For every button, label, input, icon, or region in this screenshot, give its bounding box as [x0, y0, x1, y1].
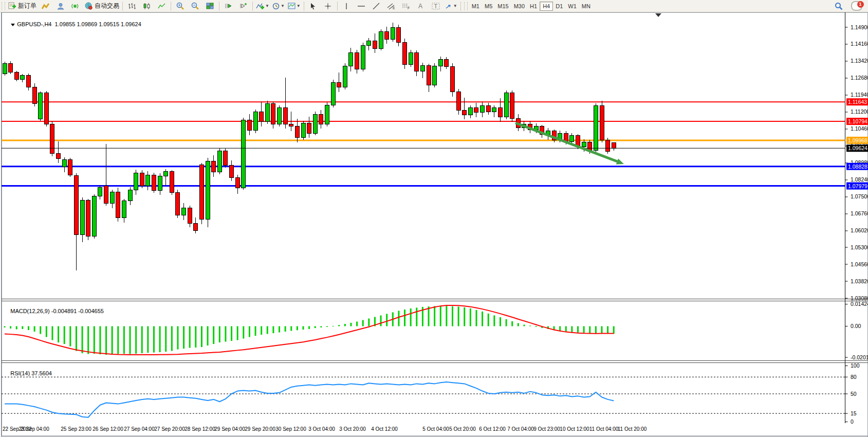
cursor-button[interactable]	[306, 0, 321, 12]
candle[interactable]	[301, 123, 305, 138]
candle[interactable]	[44, 93, 48, 124]
text-label-button[interactable]: T	[429, 0, 444, 12]
candle[interactable]	[427, 65, 431, 85]
candle[interactable]	[128, 190, 132, 201]
candle[interactable]	[445, 59, 449, 66]
candle[interactable]	[110, 192, 114, 204]
candle[interactable]	[325, 105, 329, 124]
candle[interactable]	[14, 72, 19, 80]
candle[interactable]	[486, 105, 490, 112]
candle[interactable]	[367, 41, 371, 46]
candle[interactable]	[32, 87, 36, 103]
timeframe-M5[interactable]: M5	[482, 2, 495, 10]
trendline-button[interactable]	[369, 0, 384, 12]
candle[interactable]	[600, 105, 604, 140]
candle[interactable]	[9, 63, 13, 72]
profiles-button[interactable]	[53, 0, 68, 12]
alerts-button[interactable]	[68, 0, 83, 12]
candle[interactable]	[498, 108, 502, 117]
candle[interactable]	[403, 42, 407, 64]
candle[interactable]	[433, 66, 437, 85]
candle[interactable]	[212, 161, 216, 172]
candle[interactable]	[409, 52, 413, 64]
candle[interactable]	[420, 65, 424, 71]
autotrading-button[interactable]: 自动交易	[83, 0, 121, 12]
candle[interactable]	[92, 196, 96, 236]
candle[interactable]	[271, 103, 275, 124]
candle[interactable]	[74, 175, 78, 234]
candle[interactable]	[463, 110, 467, 115]
templates-button[interactable]: ▼	[286, 0, 302, 12]
timeframe-M30[interactable]: M30	[511, 2, 527, 10]
candle[interactable]	[188, 208, 192, 223]
candle[interactable]	[343, 66, 347, 87]
vertical-line-button[interactable]	[339, 0, 354, 12]
candle[interactable]	[170, 171, 174, 192]
candle[interactable]	[122, 201, 126, 218]
indicators-button[interactable]: ▼	[254, 0, 271, 12]
candle[interactable]	[307, 123, 311, 133]
timeframe-M15[interactable]: M15	[495, 2, 511, 10]
candle[interactable]	[397, 27, 401, 42]
charts-button[interactable]	[38, 0, 53, 12]
candle[interactable]	[164, 171, 168, 176]
candle[interactable]	[474, 108, 478, 113]
candle[interactable]	[182, 208, 186, 215]
candle[interactable]	[68, 160, 72, 175]
candle[interactable]	[492, 108, 496, 112]
timeframe-MN[interactable]: MN	[579, 2, 593, 10]
candle[interactable]	[337, 82, 341, 87]
candle[interactable]	[199, 165, 204, 220]
candle[interactable]	[313, 114, 317, 133]
symbol-dropdown-icon[interactable]	[11, 24, 15, 26]
candle[interactable]	[134, 173, 138, 190]
timeframe-D1[interactable]: D1	[553, 2, 565, 10]
candle[interactable]	[158, 176, 162, 190]
candle[interactable]	[39, 93, 43, 119]
bar-chart-button[interactable]	[124, 0, 139, 12]
candle[interactable]	[176, 192, 180, 215]
candle[interactable]	[451, 67, 455, 92]
timeframe-W1[interactable]: W1	[565, 2, 579, 10]
candle[interactable]	[265, 103, 269, 122]
candle[interactable]	[456, 92, 460, 111]
notifications-button[interactable]: 1	[849, 0, 864, 12]
line-chart-button[interactable]	[154, 0, 169, 12]
candle[interactable]	[319, 114, 323, 124]
zoom-in-button[interactable]	[173, 0, 188, 12]
candle[interactable]	[438, 59, 442, 66]
chart-shift-button[interactable]	[236, 0, 251, 12]
fibonacci-button[interactable]: F	[399, 0, 414, 12]
timeframe-M1[interactable]: M1	[469, 2, 482, 10]
timeframe-H4[interactable]: H4	[540, 2, 553, 11]
candle[interactable]	[116, 192, 120, 218]
timeframe-H1[interactable]: H1	[527, 2, 540, 10]
search-button[interactable]	[831, 0, 846, 12]
candle[interactable]	[230, 165, 234, 177]
candle[interactable]	[504, 93, 508, 117]
candle[interactable]	[468, 108, 472, 115]
candle[interactable]	[415, 52, 419, 71]
candle[interactable]	[146, 175, 150, 186]
candle[interactable]	[606, 140, 610, 151]
candle[interactable]	[570, 135, 574, 141]
candle[interactable]	[217, 151, 221, 172]
candle[interactable]	[80, 200, 84, 234]
candle[interactable]	[612, 143, 616, 148]
candle[interactable]	[283, 107, 287, 124]
candle[interactable]	[50, 124, 54, 153]
candle[interactable]	[86, 200, 90, 236]
candle[interactable]	[295, 126, 299, 138]
candle[interactable]	[247, 120, 251, 131]
candle[interactable]	[21, 76, 25, 80]
candlestick-button[interactable]	[139, 0, 154, 12]
zoom-out-button[interactable]	[188, 0, 202, 12]
candle[interactable]	[235, 177, 239, 188]
candle[interactable]	[510, 93, 514, 118]
candle[interactable]	[224, 151, 228, 166]
candle[interactable]	[140, 173, 144, 186]
candle[interactable]	[289, 124, 293, 126]
new-order-button[interactable]: 新订单	[7, 0, 38, 12]
candle[interactable]	[62, 160, 66, 167]
tile-windows-button[interactable]	[202, 0, 217, 12]
